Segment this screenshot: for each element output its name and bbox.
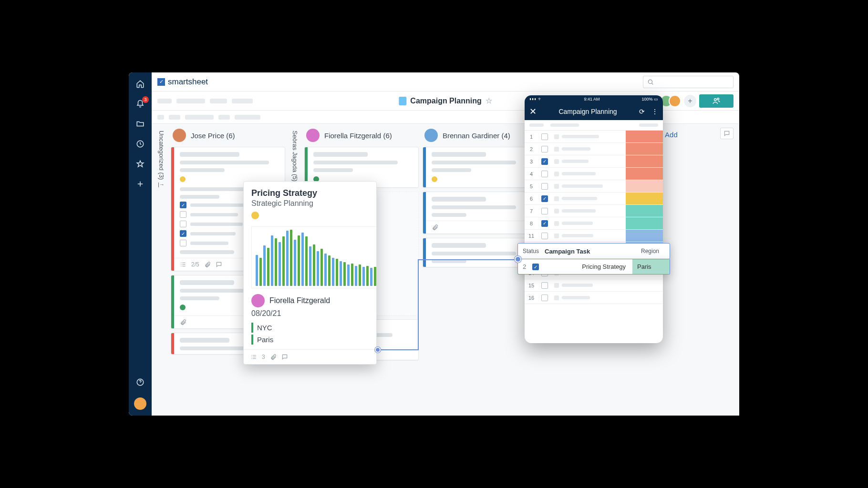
sel-num: 2 [518,263,527,270]
phone-title: Campaign Planning [558,108,617,115]
lane-title: Brennan Gardiner (4) [443,132,510,140]
attachment-icon [270,354,277,360]
plus-icon[interactable] [135,179,145,189]
more-icon[interactable]: ⋮ [651,108,658,115]
apps-icon[interactable] [135,357,145,367]
phone-battery: 100% [641,97,652,102]
bell-icon[interactable]: 3 [135,99,145,109]
top-bar: smartsheet [152,72,739,92]
checkbox-icon[interactable] [541,295,548,301]
checkbox-icon[interactable] [541,133,548,140]
checkbox-icon[interactable] [541,171,548,177]
add-collaborator-button[interactable]: + [684,95,696,107]
checkbox-icon[interactable]: ✓ [180,230,186,237]
collapsed-lane-label: Uncategorized (3) [158,131,165,180]
phone-grid-row[interactable]: 7 [525,205,663,217]
checkbox-icon[interactable] [541,146,548,152]
left-nav-rail: 3 [129,72,152,416]
svg-point-2 [648,80,652,83]
popup-title: Pricing Strategy [251,188,377,198]
col-status: Status [518,248,540,254]
connector-node-icon [375,347,381,353]
close-icon[interactable]: ✕ [529,106,537,117]
phone-grid-row[interactable]: 2 [525,143,663,155]
search-input[interactable] [643,76,734,88]
checkbox-icon[interactable] [180,211,186,218]
checkbox-icon[interactable]: ✓ [180,202,186,208]
sel-task: Pricing Strategy [541,263,632,270]
status-dot-icon [432,176,437,182]
checkbox-icon[interactable]: ✓ [541,158,548,165]
comment-icon [281,354,288,360]
phone-grid-row[interactable]: 6✓ [525,193,663,205]
phone-grid[interactable]: 123✓456✓78✓1112✓13✓141516 [525,131,663,304]
recent-icon[interactable] [135,139,145,149]
help-icon[interactable] [135,377,145,387]
popup-assignee[interactable]: Fiorella Fitzgerald [251,294,377,307]
status-dot-icon [180,305,186,310]
home-icon[interactable] [135,79,145,89]
phone-grid-row[interactable]: 1 [525,131,663,143]
sheet-title: Campaign Planning ☆ [399,96,492,105]
connector-line [381,349,419,350]
phone-grid-row[interactable]: 8✓ [525,217,663,230]
sel-region: Paris [632,259,670,274]
card-detail-popup[interactable]: Pricing Strategy Strategic Planning Fior… [243,181,377,365]
lane-header[interactable]: Fiorella Fitzgerald (6) [304,128,419,143]
phone-time: 9:41 AM [584,97,599,102]
user-avatar[interactable] [134,397,146,410]
phone-grid-row[interactable]: 15 [525,279,663,292]
checkbox-icon[interactable]: ✓ [541,220,548,227]
notification-badge: 3 [142,96,149,103]
phone-grid-row[interactable]: 16 [525,292,663,304]
checkbox-icon[interactable]: ✓ [532,264,539,270]
phone-status-bar: ▮▮▮ ᯤ 9:41 AM 100% ▭ [525,95,663,103]
status-dot-icon [180,176,186,182]
phone-grid-row[interactable]: 5 [525,180,663,193]
card[interactable] [423,192,537,234]
collaborators: + [651,94,734,108]
tag: NYC [251,323,377,333]
phone-header: ✕ Campaign Planning ⟳ ⋮ [525,103,663,120]
share-button[interactable] [699,94,734,108]
lane-header[interactable]: Jose Price (6) [171,128,285,143]
checkbox-icon[interactable] [180,240,186,246]
checkbox-icon[interactable]: ✓ [541,195,548,202]
avatar [173,129,186,142]
svg-point-3 [714,98,717,101]
card[interactable] [423,147,537,188]
tag: Paris [251,335,377,345]
avatar [251,294,265,307]
attachment-icon [204,261,211,268]
checkbox-icon[interactable] [541,282,548,289]
col-task: Campaign Task [540,248,636,255]
favorites-icon[interactable] [135,159,145,169]
checkbox-icon[interactable] [541,208,548,214]
folder-icon[interactable] [135,119,145,129]
checkbox-icon[interactable] [541,233,548,239]
comment-icon [216,261,222,268]
card-mini-chart [251,226,377,288]
mobile-preview: ▮▮▮ ᯤ 9:41 AM 100% ▭ ✕ Campaign Planning… [525,95,663,343]
phone-grid-row[interactable]: 3✓ [525,155,663,168]
lane-title: Jose Price (6) [191,132,235,140]
checkbox-icon[interactable] [541,183,548,190]
lane-header[interactable]: Brennan Gardiner (4) [423,128,537,143]
phone-grid-row[interactable]: 11 [525,230,663,242]
assignee-name: Fiorella Fitzgerald [269,296,330,305]
comment-icon [723,130,730,137]
comments-panel-button[interactable] [720,128,734,139]
checkbox-icon[interactable] [180,221,186,227]
brand-logo[interactable]: smartsheet [157,77,208,87]
popup-footer: 3 [244,349,377,364]
phone-column-header-callout: Status Campaign Task Region [517,243,670,259]
expand-icon[interactable]: |→ [158,182,165,187]
phone-grid-row[interactable]: 4 [525,168,663,180]
avatar[interactable] [669,95,681,107]
popup-tags: NYC Paris [251,323,377,345]
checklist-icon [180,261,186,268]
search-icon [647,79,654,85]
favorite-star-icon[interactable]: ☆ [486,96,492,105]
refresh-icon[interactable]: ⟳ [639,108,645,115]
collapsed-lane-uncategorized[interactable]: Uncategorized (3) |→ [155,128,167,416]
